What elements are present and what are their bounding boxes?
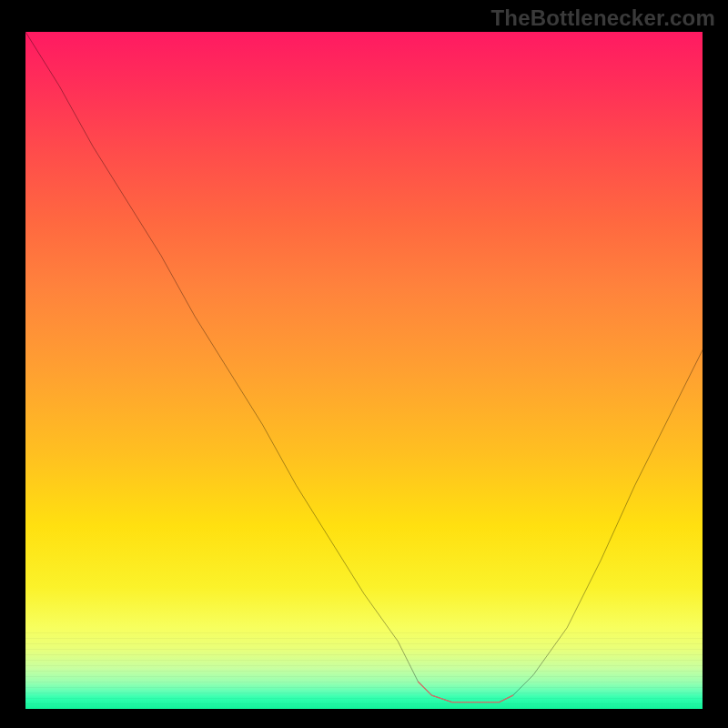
bottleneck-curve bbox=[25, 32, 703, 703]
optimal-marker bbox=[419, 682, 513, 702]
chart-frame: TheBottlenecker.com bbox=[0, 0, 728, 728]
watermark-text: TheBottlenecker.com bbox=[490, 5, 715, 31]
curve-layer bbox=[25, 32, 703, 709]
plot-area bbox=[25, 32, 703, 709]
